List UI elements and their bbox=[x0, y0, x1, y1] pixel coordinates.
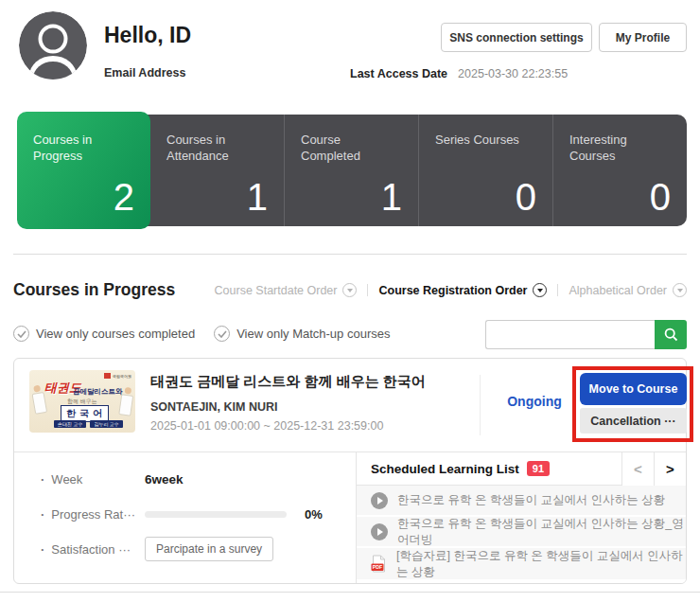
course-search bbox=[485, 320, 687, 349]
chevron-down-icon bbox=[673, 283, 687, 297]
stat-course-completed[interactable]: Course Completed 1 bbox=[284, 115, 418, 226]
thumbnail-logo: 국립국어원 bbox=[104, 373, 131, 379]
move-to-course-button[interactable]: Move to Course bbox=[580, 373, 687, 405]
stat-courses-in-progress[interactable]: Courses in Progress 2 bbox=[17, 112, 150, 229]
filter-matchup-checkbox[interactable]: View only Match-up courses bbox=[214, 326, 390, 342]
course-instructors: SONTAEJIN, KIM NURI bbox=[150, 400, 278, 414]
cancellation-button[interactable]: Cancellation ··· bbox=[580, 408, 687, 434]
chevron-down-icon bbox=[533, 283, 547, 297]
filter-row: View only courses completed View only Ma… bbox=[13, 326, 390, 342]
progress-row: Progress Rat··· 0% bbox=[41, 503, 356, 525]
stat-value: 1 bbox=[381, 176, 402, 219]
stat-value: 0 bbox=[516, 176, 536, 219]
scheduled-learning-header: Scheduled Learning List 91 < > bbox=[357, 452, 686, 486]
search-input[interactable] bbox=[485, 320, 655, 349]
course-thumbnail[interactable]: 국립국어원 태권도 금메달리스트와 함께 배우는 한국어 손태진 교수 김누리 … bbox=[29, 370, 135, 433]
course-detail-panel: Week 6week Progress Rat··· 0% Satisfacti… bbox=[14, 452, 356, 584]
search-icon bbox=[664, 328, 678, 342]
progress-percent: 0% bbox=[305, 507, 323, 522]
my-profile-button[interactable]: My Profile bbox=[599, 23, 687, 52]
prev-page-button[interactable]: < bbox=[621, 452, 654, 486]
play-icon bbox=[371, 492, 388, 509]
chevron-down-icon bbox=[342, 283, 357, 297]
stat-series-courses[interactable]: Series Courses 0 bbox=[418, 115, 552, 226]
avatar bbox=[19, 11, 87, 80]
sort-options: Course Startdate Order Course Registrati… bbox=[215, 283, 687, 297]
my-page: Hello, ID Email Address SNS connection s… bbox=[0, 0, 700, 602]
play-icon bbox=[371, 523, 388, 540]
sns-settings-button[interactable]: SNS connection settings bbox=[441, 23, 592, 52]
last-access: Last Access Date 2025-03-30 22:23:55 bbox=[350, 67, 568, 80]
course-status-badge: Ongoing bbox=[485, 394, 584, 409]
scheduled-learning-title: Scheduled Learning List bbox=[371, 462, 519, 476]
course-title[interactable]: 태권도 금메달 리스트와 함께 배우는 한국어 bbox=[150, 373, 426, 391]
sort-alphabetical-order[interactable]: Alphabetical Order bbox=[569, 283, 687, 297]
survey-button[interactable]: Parcipate in a survey bbox=[145, 537, 273, 561]
stat-value: 0 bbox=[650, 176, 671, 219]
section-divider bbox=[13, 254, 687, 255]
count-badge: 91 bbox=[527, 461, 550, 476]
week-row: Week 6week bbox=[41, 468, 356, 490]
satisfaction-row: Satisfaction ··· Parcipate in a survey bbox=[41, 538, 356, 560]
check-circle-icon bbox=[13, 326, 29, 342]
pdf-icon: PDF bbox=[371, 555, 387, 573]
sort-separator bbox=[367, 284, 368, 296]
schedule-item[interactable]: PDF [학습자료] 한국으로 유학 온 학생들이 교실에서 인사하는 상황 bbox=[357, 548, 686, 579]
stats-bar: Courses in Progress 2 Courses in Attenda… bbox=[17, 115, 687, 226]
email-address: Email Address bbox=[104, 66, 185, 80]
annotation-highlight-box: Move to Course Cancellation ··· bbox=[572, 366, 693, 442]
sort-separator bbox=[557, 284, 558, 296]
schedule-item[interactable]: 한국으로 유학 온 학생들이 교실에서 인사하는 상황_영어더빙 bbox=[357, 517, 686, 548]
last-access-label: Last Access Date bbox=[350, 67, 447, 80]
stat-interesting-courses[interactable]: Interesting Courses 0 bbox=[552, 115, 687, 226]
stat-courses-in-attendance[interactable]: Courses in Attendance 1 bbox=[150, 115, 284, 226]
sort-startdate-order[interactable]: Course Startdate Order bbox=[215, 283, 358, 297]
stat-value: 2 bbox=[114, 176, 134, 219]
user-silhouette-icon bbox=[19, 11, 87, 80]
svg-text:PDF: PDF bbox=[373, 564, 382, 570]
check-circle-icon bbox=[214, 326, 230, 342]
course-period: 2025-01-01 09:00:00 ~ 2025-12-31 23:59:0… bbox=[150, 419, 383, 433]
progress-bar bbox=[145, 511, 287, 518]
search-button[interactable] bbox=[655, 320, 687, 349]
page-greeting: Hello, ID bbox=[104, 23, 191, 48]
card-divider bbox=[480, 375, 481, 435]
week-value: 6week bbox=[145, 472, 184, 487]
section-title: Courses in Progress bbox=[13, 280, 175, 300]
sort-registration-order[interactable]: Course Registration Order bbox=[378, 283, 547, 297]
scheduled-learning-panel: Scheduled Learning List 91 < > 한국으로 유학 온… bbox=[356, 452, 686, 584]
next-page-button[interactable]: > bbox=[654, 452, 686, 486]
last-access-value: 2025-03-30 22:23:55 bbox=[458, 67, 568, 80]
page-bottom-divider bbox=[0, 592, 700, 593]
filter-completed-checkbox[interactable]: View only courses completed bbox=[13, 326, 195, 342]
stat-value: 1 bbox=[247, 176, 268, 219]
schedule-item[interactable]: 한국으로 유학 온 학생들이 교실에서 인사하는 상황 bbox=[357, 486, 686, 517]
schedule-pagination: < > bbox=[621, 452, 686, 486]
